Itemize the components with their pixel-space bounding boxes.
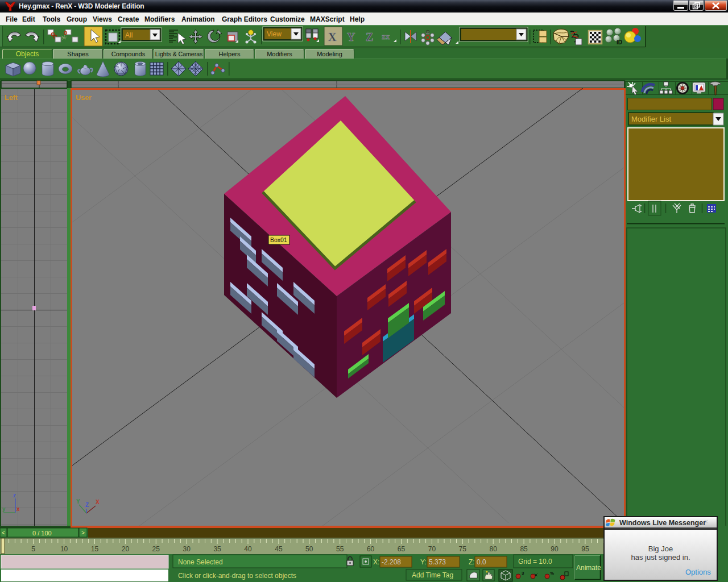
svg-text:Click or click-and-drag to sel: Click or click-and-drag to select object… <box>178 572 296 580</box>
svg-text:z: z <box>13 492 16 498</box>
svg-text:40: 40 <box>244 545 252 553</box>
svg-text:Z: Z <box>366 31 373 43</box>
svg-text:Add Time Tag: Add Time Tag <box>412 571 453 579</box>
svg-text:85: 85 <box>520 545 528 553</box>
svg-text:15: 15 <box>91 545 99 553</box>
svg-text:All: All <box>125 31 133 39</box>
svg-text:Z:: Z: <box>469 558 475 566</box>
svg-text:X:: X: <box>373 558 379 566</box>
svg-text:ID: ID <box>617 39 622 45</box>
svg-text:3: 3 <box>522 571 524 576</box>
svg-text:65: 65 <box>398 545 406 553</box>
svg-text:0.0: 0.0 <box>477 558 486 566</box>
svg-text:50: 50 <box>305 545 313 553</box>
svg-text:Y: Y <box>347 31 355 43</box>
svg-text:70: 70 <box>428 545 436 553</box>
svg-text:90: 90 <box>551 545 559 553</box>
svg-text:x: x <box>16 506 20 512</box>
svg-text:User: User <box>76 94 92 102</box>
svg-text:zx: zx <box>382 32 390 41</box>
svg-text:Z: Z <box>85 502 89 508</box>
svg-text:X: X <box>328 31 337 43</box>
svg-text:10: 10 <box>60 545 68 553</box>
svg-text:80: 80 <box>490 545 498 553</box>
svg-text:Modifier List: Modifier List <box>631 115 671 123</box>
svg-text:60: 60 <box>367 545 375 553</box>
svg-text:55: 55 <box>336 545 344 553</box>
svg-text:X: X <box>96 499 100 505</box>
svg-text:Grid = 10.0: Grid = 10.0 <box>518 558 552 566</box>
svg-text:%: % <box>550 571 554 576</box>
svg-text:View: View <box>267 30 282 38</box>
svg-text:<: < <box>2 530 5 536</box>
svg-text:>: > <box>81 530 85 536</box>
svg-text:-2.208: -2.208 <box>382 558 401 566</box>
svg-text:0 / 100: 0 / 100 <box>32 530 52 537</box>
svg-text:5: 5 <box>31 545 35 553</box>
svg-text:Y:: Y: <box>420 558 427 566</box>
svg-text:30: 30 <box>183 545 191 553</box>
svg-text:Animate: Animate <box>576 564 601 572</box>
svg-text:Box01: Box01 <box>270 236 287 243</box>
svg-text:95: 95 <box>581 545 589 553</box>
svg-text:20: 20 <box>122 545 130 553</box>
svg-text:Y: Y <box>76 498 80 505</box>
svg-text:Left: Left <box>5 94 18 102</box>
svg-text:y: y <box>2 506 6 512</box>
svg-text:35: 35 <box>213 545 221 553</box>
svg-text:75: 75 <box>459 545 467 553</box>
svg-text:5.373: 5.373 <box>429 558 446 566</box>
svg-text:45: 45 <box>275 545 283 553</box>
svg-text:None Selected: None Selected <box>178 558 223 566</box>
svg-text:25: 25 <box>152 545 160 553</box>
